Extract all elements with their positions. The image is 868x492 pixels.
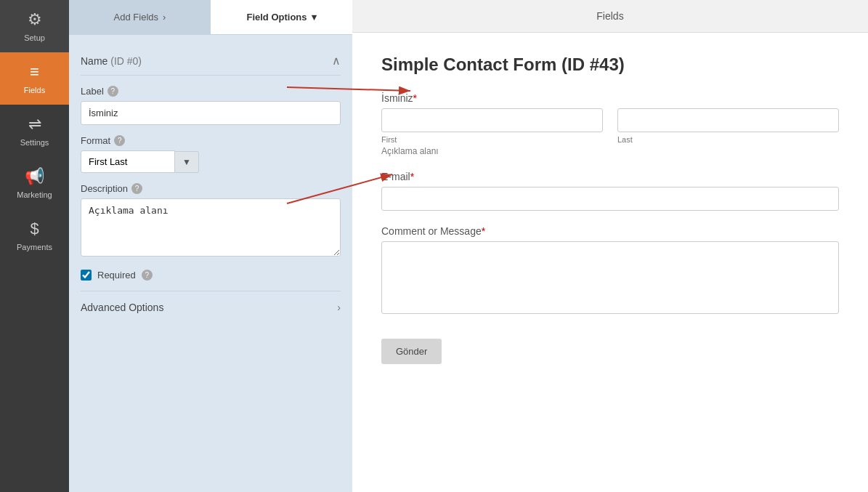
description-textarea[interactable]: Açıklama alanı <box>81 198 341 257</box>
preview-header: Fields <box>352 0 868 33</box>
tab-field-options-label: Field Options <box>246 12 307 23</box>
label-field-label: Label ? <box>81 86 341 97</box>
main-content: Add Fields › Field Options ▾ Name (ID #0… <box>69 0 868 492</box>
preview-email-input[interactable] <box>381 187 839 211</box>
label-help-icon[interactable]: ? <box>108 86 118 97</box>
submit-button[interactable]: Gönder <box>381 339 442 364</box>
format-help-icon[interactable]: ? <box>114 135 125 146</box>
tab-add-fields-label: Add Fields <box>114 12 158 23</box>
select-arrow-button[interactable]: ▼ <box>175 151 199 173</box>
preview-body: Simple Contact Form (ID #43) İsminiz* Fi… <box>352 33 868 492</box>
settings-icon: ⇌ <box>28 115 41 134</box>
preview-message-field: Comment or Message* <box>381 225 839 317</box>
format-field-row: Format ? First Last First Last ▼ <box>81 135 341 173</box>
preview-name-description: Açıklama alanı <box>381 146 839 156</box>
preview-name-label: İsminiz* <box>381 92 839 104</box>
sidebar-item-payments[interactable]: $ Payments <box>0 209 69 262</box>
preview-name-inputs <box>381 108 839 132</box>
tab-field-options[interactable]: Field Options ▾ <box>211 0 352 34</box>
required-checkbox[interactable] <box>81 270 92 281</box>
message-required-star: * <box>482 225 485 237</box>
section-header-name: Name (ID #0) ∧ <box>81 47 341 76</box>
sidebar-item-label-fields: Fields <box>24 86 45 94</box>
preview-email-field: E-mail* <box>381 171 839 211</box>
label-input[interactable] <box>81 101 341 125</box>
payments-icon: $ <box>30 219 38 238</box>
middle-panel: Add Fields › Field Options ▾ Name (ID #0… <box>69 0 352 492</box>
gear-icon: ⚙ <box>28 10 42 29</box>
preview-name-field: İsminiz* First Last Açıklama alanı <box>381 92 839 156</box>
sidebar-item-label-setup: Setup <box>24 33 45 42</box>
format-select[interactable]: First Last First Last <box>81 150 175 173</box>
name-required-star: * <box>413 92 417 104</box>
preview-first-sublabel: First <box>381 135 603 144</box>
chevron-right-icon: › <box>163 12 166 23</box>
preview-header-title: Fields <box>596 10 623 22</box>
sidebar-item-marketing[interactable]: 📢 Marketing <box>0 157 69 209</box>
sidebar-item-label-marketing: Marketing <box>17 190 52 199</box>
format-field-label: Format ? <box>81 135 341 146</box>
preview-last-name-input[interactable] <box>617 108 839 132</box>
format-select-wrapper: First Last First Last ▼ <box>81 150 341 173</box>
section-title: Name (ID #0) <box>81 55 142 67</box>
preview-message-label: Comment or Message* <box>381 225 839 237</box>
field-options-content: Name (ID #0) ∧ Label ? Format ? <box>69 35 352 335</box>
sidebar-item-settings[interactable]: ⇌ Settings <box>0 105 69 157</box>
description-field-label: Description ? <box>81 183 341 194</box>
sidebar-item-setup[interactable]: ⚙ Setup <box>0 0 69 52</box>
marketing-icon: 📢 <box>25 167 44 186</box>
section-id: (ID #0) <box>110 55 142 67</box>
required-row: Required ? <box>81 270 341 281</box>
advanced-options-bar[interactable]: Advanced Options › <box>81 291 341 323</box>
preview-panel: Fields Simple Contact Form (ID #43) İsmi… <box>352 0 868 492</box>
description-field-row: Description ? Açıklama alanı <box>81 183 341 259</box>
preview-first-name-input[interactable] <box>381 108 603 132</box>
preview-name-sub-labels: First Last <box>381 135 839 144</box>
required-help-icon[interactable]: ? <box>142 270 153 281</box>
label-field-row: Label ? <box>81 86 341 125</box>
fields-icon: ≡ <box>30 62 39 81</box>
sidebar-item-label-settings: Settings <box>20 138 49 147</box>
description-help-icon[interactable]: ? <box>131 183 142 194</box>
advanced-options-label: Advanced Options <box>81 302 163 313</box>
preview-last-sublabel: Last <box>617 135 839 144</box>
form-title: Simple Contact Form (ID #43) <box>381 55 839 75</box>
chevron-down-icon: ▾ <box>312 12 317 23</box>
advanced-options-chevron-icon: › <box>337 302 341 313</box>
tab-bar: Add Fields › Field Options ▾ <box>69 0 352 35</box>
preview-email-label: E-mail* <box>381 171 839 182</box>
chevron-up-icon[interactable]: ∧ <box>332 54 341 68</box>
tab-add-fields[interactable]: Add Fields › <box>69 0 211 34</box>
sidebar-item-label-payments: Payments <box>17 243 52 251</box>
required-label: Required <box>97 270 136 281</box>
preview-message-textarea[interactable] <box>381 241 839 314</box>
sidebar: ⚙ Setup ≡ Fields ⇌ Settings 📢 Marketing … <box>0 0 69 492</box>
sidebar-item-fields[interactable]: ≡ Fields <box>0 52 69 105</box>
email-required-star: * <box>410 171 414 182</box>
